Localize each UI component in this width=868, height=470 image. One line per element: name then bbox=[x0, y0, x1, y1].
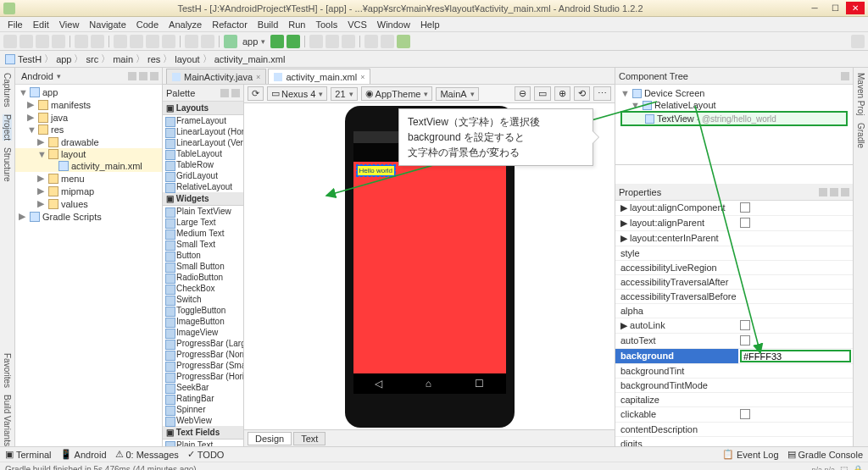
device-dropdown[interactable]: ▭ Nexus 4 bbox=[267, 86, 327, 101]
ddms-icon[interactable] bbox=[342, 35, 355, 48]
project-tree[interactable]: ▼app▶manifests▶java▼res▶drawable▼layouta… bbox=[15, 85, 162, 446]
property-checkbox[interactable] bbox=[740, 320, 750, 330]
menu-window[interactable]: Window bbox=[373, 19, 415, 30]
palette-item[interactable]: FrameLayout bbox=[163, 115, 243, 126]
palette-item[interactable]: Large Text bbox=[163, 217, 243, 228]
tab-text[interactable]: Text bbox=[293, 432, 326, 445]
theme-dropdown[interactable]: ◉AppTheme bbox=[361, 86, 433, 101]
gear-icon[interactable] bbox=[139, 72, 147, 80]
property-row[interactable]: clickable bbox=[615, 407, 853, 423]
tab-design[interactable]: Design bbox=[248, 432, 292, 445]
palette-item[interactable]: ProgressBar (Horizontal) bbox=[163, 371, 243, 382]
palette-item[interactable]: SeekBar bbox=[163, 382, 243, 393]
property-row[interactable]: accessibilityTraversalBefore bbox=[615, 290, 853, 304]
palette-item[interactable]: Plain TextView bbox=[163, 206, 243, 217]
palette-item[interactable]: Small Text bbox=[163, 239, 243, 250]
palette-item[interactable]: ImageButton bbox=[163, 316, 243, 327]
palette-item[interactable]: RelativeLayout bbox=[163, 181, 243, 192]
menu-run[interactable]: Run bbox=[284, 19, 309, 30]
zoom-in-icon[interactable]: ⊕ bbox=[554, 86, 570, 101]
maximize-button[interactable]: ☐ bbox=[826, 2, 844, 14]
menu-build[interactable]: Build bbox=[253, 19, 282, 30]
property-row[interactable]: backgroundTint bbox=[615, 364, 853, 379]
property-row[interactable]: ▶ layout:alignComponent bbox=[615, 201, 853, 216]
crumb[interactable]: src bbox=[86, 54, 98, 64]
tree-node[interactable]: ▶drawable bbox=[15, 135, 162, 148]
api-dropdown[interactable]: 21 bbox=[331, 87, 357, 101]
tree-node[interactable]: ▶menu bbox=[15, 172, 162, 185]
android-icon[interactable] bbox=[397, 35, 410, 48]
save-icon[interactable] bbox=[19, 35, 33, 48]
copy-icon[interactable] bbox=[130, 35, 143, 48]
palette-item[interactable]: Medium Text bbox=[163, 228, 243, 239]
search-icon[interactable] bbox=[851, 35, 865, 48]
status-tab-messages[interactable]: ⚠ 0: Messages bbox=[115, 449, 179, 460]
zoom-out-icon[interactable]: ⊖ bbox=[515, 86, 531, 101]
properties-list[interactable]: ▶ layout:alignComponent▶ layout:alignPar… bbox=[615, 201, 853, 446]
palette-item[interactable]: Spinner bbox=[163, 404, 243, 415]
refresh-icon[interactable]: ⟲ bbox=[574, 86, 590, 101]
palette-item[interactable]: Switch bbox=[163, 294, 243, 305]
tree-node[interactable]: ▶mipmap bbox=[15, 185, 162, 197]
palette-body[interactable]: ▣ LayoutsFrameLayoutLinearLayout (Horizo… bbox=[163, 102, 243, 446]
crumb[interactable]: main bbox=[113, 54, 133, 64]
tree-node[interactable]: ▶manifests bbox=[15, 98, 162, 111]
status-tab-android[interactable]: 📱 Android bbox=[60, 449, 107, 460]
property-checkbox[interactable] bbox=[740, 409, 750, 419]
palette-item[interactable]: RatingBar bbox=[163, 393, 243, 404]
palette-item[interactable]: ProgressBar (Large) bbox=[163, 338, 243, 349]
editor-tab[interactable]: MainActivity.java× bbox=[166, 69, 266, 84]
redo-icon[interactable] bbox=[91, 35, 104, 48]
prop-filter-icon[interactable] bbox=[841, 188, 849, 196]
tree-node[interactable]: ▶values bbox=[15, 197, 162, 210]
textview-hello[interactable]: Hello world bbox=[357, 165, 396, 176]
component-tree[interactable]: ▼ Device Screen▼ RelativeLayout TextView… bbox=[615, 85, 853, 129]
palette-item[interactable]: CheckBox bbox=[163, 283, 243, 294]
sync-icon[interactable] bbox=[52, 35, 65, 48]
status-tab-terminal[interactable]: ▣ Terminal bbox=[5, 449, 52, 460]
ct-hide-icon[interactable] bbox=[841, 72, 849, 80]
avd-icon[interactable] bbox=[309, 35, 323, 48]
tree-node[interactable]: ▶java bbox=[15, 111, 162, 124]
palette-hide-icon[interactable] bbox=[231, 89, 240, 97]
palette-item[interactable]: ProgressBar (Small) bbox=[163, 360, 243, 371]
property-row[interactable]: backgroundTintMode bbox=[615, 379, 853, 393]
menu-analyze[interactable]: Analyze bbox=[164, 19, 206, 30]
property-row[interactable]: contentDescription bbox=[615, 423, 853, 437]
find-icon[interactable] bbox=[162, 35, 175, 48]
cut-icon[interactable] bbox=[114, 35, 127, 48]
property-row[interactable]: ▶ layout:alignParent bbox=[615, 216, 853, 231]
palette-item[interactable]: Plain Text bbox=[163, 440, 243, 446]
palette-item[interactable]: ImageView bbox=[163, 327, 243, 338]
property-checkbox[interactable] bbox=[740, 218, 750, 228]
palette-item[interactable]: TableRow bbox=[163, 159, 243, 170]
property-row[interactable]: accessibilityLiveRegion bbox=[615, 261, 853, 275]
menu-file[interactable]: File bbox=[3, 19, 27, 30]
back-icon[interactable] bbox=[185, 35, 198, 48]
status-event-log[interactable]: 📋 Event Log bbox=[722, 449, 779, 460]
zoom-reset-icon[interactable]: ▭ bbox=[534, 86, 551, 101]
property-checkbox[interactable] bbox=[740, 335, 750, 346]
palette-gear-icon[interactable] bbox=[220, 89, 229, 97]
palette-item[interactable]: Small Button bbox=[163, 261, 243, 272]
status-gradle-console[interactable]: ▤ Gradle Console bbox=[787, 449, 863, 460]
palette-category[interactable]: ▣ Text Fields bbox=[163, 426, 243, 440]
status-tab-todo[interactable]: ✓ TODO bbox=[187, 449, 225, 460]
sidetab-gradle[interactable]: Gradle bbox=[856, 123, 865, 148]
menu-code[interactable]: Code bbox=[132, 19, 163, 30]
menu-edit[interactable]: Edit bbox=[29, 19, 53, 30]
property-row[interactable]: ▶ autoLink bbox=[615, 318, 853, 334]
palette-category[interactable]: ▣ Widgets bbox=[163, 192, 243, 206]
palette-item[interactable]: GridLayout bbox=[163, 170, 243, 181]
paste-icon[interactable] bbox=[146, 35, 159, 48]
crumb[interactable]: layout bbox=[175, 54, 199, 64]
tree-node[interactable]: ▼layout bbox=[15, 148, 162, 160]
component-tree-node[interactable]: ▼ Device Screen bbox=[620, 87, 848, 99]
minimize-button[interactable]: ─ bbox=[805, 2, 824, 14]
sidetab-maven[interactable]: Maven Proj bbox=[856, 73, 865, 116]
menu-vcs[interactable]: VCS bbox=[343, 19, 371, 30]
palette-item[interactable]: ToggleButton bbox=[163, 305, 243, 316]
settings-icon[interactable] bbox=[364, 35, 378, 48]
menu-view[interactable]: View bbox=[55, 19, 84, 30]
run-icon[interactable] bbox=[270, 35, 284, 48]
